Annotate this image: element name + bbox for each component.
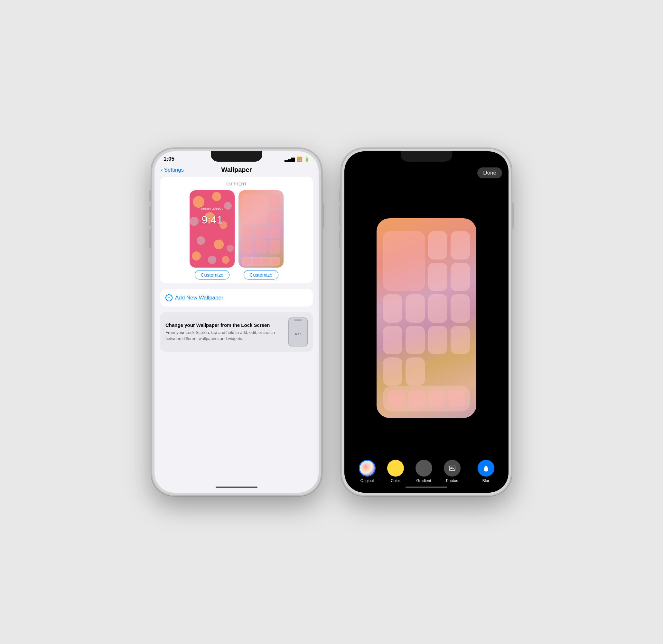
toolbar-divider <box>469 463 469 480</box>
page-title: Wallpaper <box>222 166 252 174</box>
phone-preview-frame <box>376 218 476 418</box>
app-lg-14 <box>406 357 425 386</box>
right-volume-down-button[interactable] <box>339 229 341 249</box>
right-mute-button[interactable] <box>339 190 341 202</box>
add-wallpaper-row[interactable]: + Add New Wallpaper <box>160 289 313 307</box>
nav-bar: ‹ Settings Wallpaper <box>155 164 319 177</box>
app-icon-6 <box>242 240 254 254</box>
toolbar-item-original[interactable]: Original <box>353 460 381 483</box>
lock-screen-thumb[interactable]: Tuesday, January 9 9:41 <box>189 190 235 268</box>
app-lg-1 <box>428 231 448 260</box>
add-wallpaper-card: + Add New Wallpaper <box>160 289 313 307</box>
photos-icon <box>444 460 461 476</box>
original-label: Original <box>361 479 374 483</box>
info-text: Change your Wallpaper from the Lock Scre… <box>165 322 283 341</box>
app-icon-7 <box>255 240 267 254</box>
add-icon: + <box>165 294 173 302</box>
app-icon-5 <box>269 225 280 239</box>
home-screen-thumb[interactable] <box>238 190 283 268</box>
widget-large <box>383 231 425 291</box>
dock-small <box>242 257 280 266</box>
toolbar-item-gradient[interactable]: Gradient <box>410 460 438 483</box>
dock-icon-4 <box>271 258 280 265</box>
left-phone: 1:05 ▂▄▆ 📶 🔋 ‹ Settings Wallpaper CURREN… <box>151 148 322 496</box>
status-time: 1:05 <box>163 156 175 162</box>
chevron-left-icon: ‹ <box>161 167 163 173</box>
color-icon <box>387 460 404 476</box>
status-icons: ▂▄▆ 📶 🔋 <box>284 156 310 162</box>
gradient-label: Gradient <box>416 479 431 483</box>
home-thumb-content <box>238 190 283 268</box>
right-power-button[interactable] <box>512 203 514 229</box>
right-notch <box>401 151 452 162</box>
app-lg-10 <box>406 326 425 354</box>
app-lg-3 <box>428 263 448 291</box>
original-icon <box>359 460 375 476</box>
app-icon-8 <box>269 240 280 254</box>
toolbar-item-color[interactable]: Color <box>381 460 410 483</box>
app-lg-5 <box>383 294 402 323</box>
info-card: Change your Wallpaper from the Lock Scre… <box>160 312 313 352</box>
wallpaper-content: CURRENT Tuesday, January 9 9:41 Customiz… <box>155 177 319 352</box>
info-body: From your Lock Screen, tap and hold to a… <box>165 330 283 341</box>
app-lg-7 <box>428 294 448 323</box>
wallpaper-previews: Tuesday, January 9 9:41 Customize <box>165 190 308 280</box>
wifi-icon: 📶 <box>297 156 302 162</box>
app-icon-3 <box>242 225 254 239</box>
toolbar-item-blur[interactable]: Blur <box>472 460 500 483</box>
app-icon-4 <box>255 225 267 239</box>
app-lg-9 <box>383 326 402 354</box>
gradient-icon <box>415 460 432 476</box>
done-button[interactable]: Done <box>477 168 502 178</box>
notch <box>211 151 262 162</box>
home-grid-large <box>383 231 470 386</box>
back-label: Settings <box>164 167 184 173</box>
power-button[interactable] <box>322 203 324 229</box>
right-phone: Done <box>341 148 512 496</box>
app-lg-13 <box>383 357 402 386</box>
volume-up-button[interactable] <box>149 206 151 225</box>
blur-label: Blur <box>482 479 489 483</box>
info-title: Change your Wallpaper from the Lock Scre… <box>165 322 283 328</box>
photos-label: Photos <box>446 479 458 483</box>
info-phone-time: 9:41 <box>295 333 301 336</box>
right-home-indicator[interactable] <box>406 487 448 488</box>
lock-time: 9:41 <box>202 214 223 226</box>
home-customize-button[interactable]: Customize <box>244 270 279 280</box>
signal-icon: ▂▄▆ <box>284 156 295 162</box>
dock-lg-1 <box>388 390 405 407</box>
right-volume-up-button[interactable] <box>339 206 341 225</box>
lock-date: Tuesday, January 9 <box>201 207 223 210</box>
blur-icon <box>478 460 494 476</box>
back-button[interactable]: ‹ Settings <box>161 167 184 173</box>
dock-large <box>383 386 470 412</box>
lock-customize-button[interactable]: Customize <box>195 270 230 280</box>
dock-lg-3 <box>428 390 445 407</box>
home-app-grid <box>241 193 282 256</box>
app-icon-1 <box>269 194 280 208</box>
home-indicator[interactable] <box>215 487 257 488</box>
add-wallpaper-label: Add New Wallpaper <box>175 295 223 301</box>
app-lg-4 <box>451 263 470 291</box>
mice-pattern-bg <box>189 190 235 268</box>
wallpaper-preview-area <box>344 182 508 455</box>
volume-down-button[interactable] <box>149 229 151 249</box>
home-screen-preview: Customize <box>238 190 283 280</box>
app-icon-large <box>242 194 267 223</box>
mute-button[interactable] <box>149 190 151 202</box>
dock-icon-1 <box>243 258 251 265</box>
color-label: Color <box>391 479 400 483</box>
dock-icon-2 <box>252 258 261 265</box>
app-lg-8 <box>451 294 470 323</box>
lock-screen-preview: Tuesday, January 9 9:41 Customize <box>189 190 235 280</box>
current-label: CURRENT <box>165 182 308 186</box>
battery-icon: 🔋 <box>304 156 310 162</box>
dock-lg-4 <box>448 390 465 407</box>
toolbar-item-photos[interactable]: Photos <box>438 460 466 483</box>
app-lg-11 <box>428 326 448 354</box>
dock-icon-3 <box>262 258 270 265</box>
dock-lg-2 <box>408 390 425 407</box>
info-phone-illustration: 9:41 <box>289 317 308 347</box>
current-wallpaper-card: CURRENT Tuesday, January 9 9:41 Customiz… <box>160 177 313 283</box>
app-lg-6 <box>406 294 425 323</box>
